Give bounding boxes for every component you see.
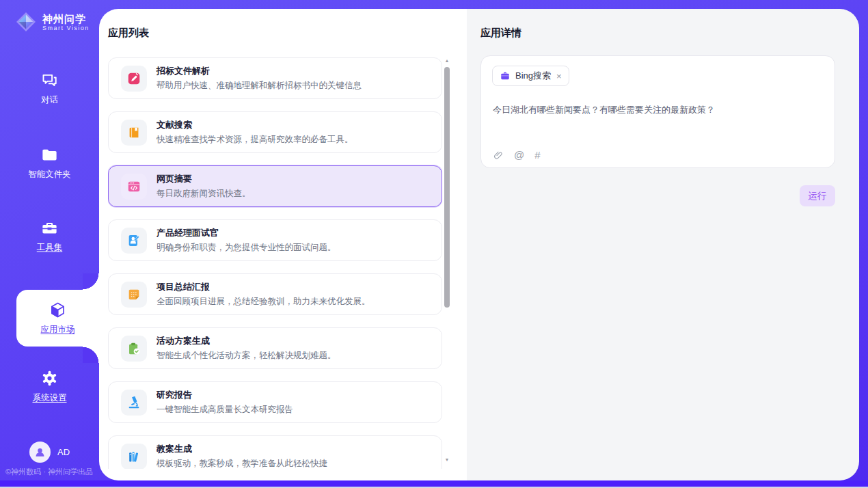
app-icon-tile xyxy=(121,444,147,470)
app-list-title: 应用列表 xyxy=(108,27,149,40)
pen-square-icon xyxy=(126,71,141,86)
sidebar-item-label: 系统设置 xyxy=(33,392,67,404)
chat-icon xyxy=(40,71,59,90)
browser-icon xyxy=(126,179,141,194)
briefcase-icon xyxy=(500,70,511,81)
scrollbar-thumb[interactable] xyxy=(444,67,450,308)
brand-name: 神州问学 xyxy=(42,13,90,25)
sidebar-item-应用市场[interactable]: 应用市场 xyxy=(16,290,99,347)
query-text-input[interactable]: 今日湖北有哪些新闻要点？有哪些需要关注的最新政策？ xyxy=(493,104,824,116)
app-name: 活动方案生成 xyxy=(157,335,336,347)
person-icon xyxy=(33,446,46,459)
interviewer-icon xyxy=(126,233,141,248)
app-card-活动方案生成[interactable]: 活动方案生成智能生成个性化活动方案，轻松解决规划难题。 xyxy=(108,327,442,369)
app-card-招标文件解析[interactable]: 招标文件解析帮助用户快速、准确地理解和解析招标书中的关键信息 xyxy=(108,57,442,99)
note-icon xyxy=(126,287,141,302)
books-icon xyxy=(126,449,141,464)
app-icon-tile xyxy=(121,120,147,146)
user-name: AD xyxy=(57,447,70,457)
app-icon-tile xyxy=(121,228,147,254)
sidebar-item-对话[interactable]: 对话 xyxy=(0,71,99,106)
scroll-up-arrow-icon[interactable]: ▲ xyxy=(444,57,450,64)
tag-close-icon[interactable]: × xyxy=(556,72,562,81)
app-name: 研究报告 xyxy=(157,389,293,401)
hash-icon[interactable]: # xyxy=(534,149,540,161)
query-input-card[interactable]: Bing搜索 × 今日湖北有哪些新闻要点？有哪些需要关注的最新政策？ @# xyxy=(480,55,835,168)
app-card-研究报告[interactable]: 研究报告一键智能生成高质量长文本研究报告 xyxy=(108,381,442,423)
main-container: 应用列表 招标文件解析帮助用户快速、准确地理解和解析招标书中的关键信息文献搜索快… xyxy=(99,9,859,480)
app-description: 每日政府新闻资讯快查。 xyxy=(157,188,251,200)
run-button[interactable]: 运行 xyxy=(800,185,835,206)
app-description: 智能生成个性化活动方案，轻松解决规划难题。 xyxy=(157,350,336,362)
app-description: 全面回顾项目进展，总结经验教训，助力未来优化发展。 xyxy=(157,296,370,308)
folder-icon xyxy=(40,146,59,164)
copyright-text: ©神州数码 · 神州问学出品 xyxy=(5,467,93,477)
microscope-icon xyxy=(126,395,141,410)
app-card-项目总结汇报[interactable]: 项目总结汇报全面回顾项目进展，总结经验教训，助力未来优化发展。 xyxy=(108,273,442,315)
sidebar-item-label: 应用市场 xyxy=(41,324,75,336)
app-icon-tile xyxy=(121,390,147,416)
gear-icon xyxy=(40,369,59,388)
app-card-产品经理面试官[interactable]: 产品经理面试官明确身份和职责，为您提供专业性的面试问题。 xyxy=(108,219,442,261)
app-card-网页摘要[interactable]: 网页摘要每日政府新闻资讯快查。 xyxy=(108,165,442,207)
app-icon-tile xyxy=(121,336,147,362)
sidebar-item-智能文件夹[interactable]: 智能文件夹 xyxy=(0,146,99,180)
app-name: 教案生成 xyxy=(157,443,327,455)
app-description: 模板驱动，教案秒成，教学准备从此轻松快捷 xyxy=(157,458,327,469)
app-list-panel: 应用列表 招标文件解析帮助用户快速、准确地理解和解析招标书中的关键信息文献搜索快… xyxy=(99,9,467,480)
app-name: 招标文件解析 xyxy=(157,65,362,77)
user-menu[interactable]: AD xyxy=(0,442,99,463)
brand-subtitle: Smart Vision xyxy=(42,25,90,31)
toolbox-icon xyxy=(40,219,59,237)
sidebar-item-label: 工具集 xyxy=(37,242,63,254)
app-name: 网页摘要 xyxy=(157,173,251,185)
app-detail-title: 应用详情 xyxy=(480,27,521,40)
app-icon-tile xyxy=(121,66,147,92)
app-icon-tile xyxy=(121,174,147,200)
sidebar: 神州问学 Smart Vision 对话智能文件夹工具集应用市场系统设置 AD … xyxy=(0,0,99,480)
bottom-accent-strip xyxy=(0,480,868,487)
scroll-down-arrow-icon[interactable]: ▼ xyxy=(444,457,450,463)
sidebar-item-工具集[interactable]: 工具集 xyxy=(0,219,99,254)
brand-logo: 神州问学 Smart Vision xyxy=(15,11,90,33)
app-description: 明确身份和职责，为您提供专业性的面试问题。 xyxy=(157,242,336,254)
sidebar-item-label: 智能文件夹 xyxy=(28,169,71,180)
app-name: 产品经理面试官 xyxy=(157,227,336,239)
app-name: 文献搜索 xyxy=(157,119,353,131)
tool-tag-bing-search[interactable]: Bing搜索 × xyxy=(492,66,569,86)
app-icon-tile xyxy=(121,282,147,308)
app-card-文献搜索[interactable]: 文献搜索快速精准查找学术资源，提高研究效率的必备工具。 xyxy=(108,111,442,153)
app-description: 快速精准查找学术资源，提高研究效率的必备工具。 xyxy=(157,134,353,146)
at-icon[interactable]: @ xyxy=(514,149,524,161)
avatar[interactable] xyxy=(29,442,51,463)
sidebar-item-label: 对话 xyxy=(41,94,58,106)
app-detail-panel: 应用详情 Bing搜索 × 今日湖北有哪些新闻要点？有哪些需要关注的最新政策？ … xyxy=(467,9,859,480)
app-card-教案生成[interactable]: 教案生成模板驱动，教案秒成，教学准备从此轻松快捷 xyxy=(108,435,442,469)
app-card-list: 招标文件解析帮助用户快速、准确地理解和解析招标书中的关键信息文献搜索快速精准查找… xyxy=(108,57,442,469)
book-icon xyxy=(126,125,141,140)
app-window: 神州问学 Smart Vision 对话智能文件夹工具集应用市场系统设置 AD … xyxy=(0,0,868,488)
app-name: 项目总结汇报 xyxy=(157,281,370,293)
clipboard-icon xyxy=(126,341,141,356)
paperclip-icon[interactable] xyxy=(493,150,504,161)
sidebar-item-系统设置[interactable]: 系统设置 xyxy=(0,369,99,404)
tool-tag-label: Bing搜索 xyxy=(515,70,551,82)
cube-icon xyxy=(49,301,67,319)
app-description: 帮助用户快速、准确地理解和解析招标书中的关键信息 xyxy=(157,80,362,92)
app-description: 一键智能生成高质量长文本研究报告 xyxy=(157,404,293,416)
brand-diamond-icon xyxy=(15,11,37,33)
list-scrollbar[interactable]: ▲ ▼ xyxy=(444,57,450,469)
attachment-toolbar: @# xyxy=(493,149,541,161)
